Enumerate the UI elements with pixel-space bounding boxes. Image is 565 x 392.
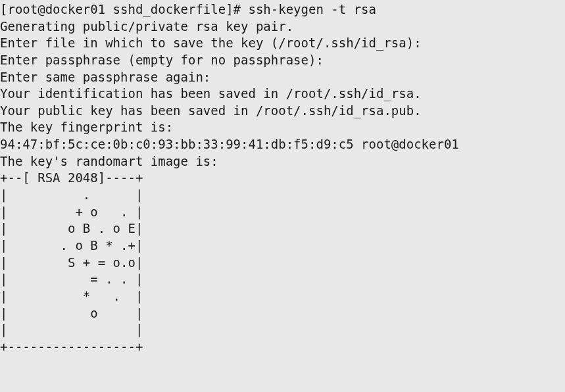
terminal-line: The key's randomart image is: bbox=[0, 154, 218, 168]
terminal-line: Your public key has been saved in /root/… bbox=[0, 103, 422, 118]
terminal-output: [root@docker01 sshd_dockerfile]# ssh-key… bbox=[0, 0, 565, 355]
randomart-line: | . | bbox=[0, 187, 143, 202]
randomart-line: | + o . | bbox=[0, 205, 143, 219]
terminal-line: Enter same passphrase again: bbox=[0, 70, 210, 84]
randomart-line: +-----------------+ bbox=[0, 339, 143, 354]
randomart-line: | . o B * .+| bbox=[0, 238, 143, 253]
terminal-line: 94:47:bf:5c:ce:0b:c0:93:bb:33:99:41:db:f… bbox=[0, 137, 459, 151]
randomart-line: | o | bbox=[0, 306, 143, 320]
terminal-line: Enter passphrase (empty for no passphras… bbox=[0, 53, 324, 67]
terminal-line: The key fingerprint is: bbox=[0, 120, 173, 134]
randomart-line: | = . . | bbox=[0, 272, 143, 286]
terminal-prompt-line: [root@docker01 sshd_dockerfile]# ssh-key… bbox=[0, 2, 376, 16]
terminal-line: Generating public/private rsa key pair. bbox=[0, 19, 293, 34]
randomart-line: | * . | bbox=[0, 289, 143, 303]
terminal-line: Your identification has been saved in /r… bbox=[0, 86, 422, 101]
randomart-line: | S + = o.o| bbox=[0, 255, 143, 270]
terminal-line: Enter file in which to save the key (/ro… bbox=[0, 36, 422, 50]
randomart-line: | o B . o E| bbox=[0, 221, 143, 235]
randomart-line: | | bbox=[0, 322, 143, 337]
randomart-line: +--[ RSA 2048]----+ bbox=[0, 170, 143, 185]
